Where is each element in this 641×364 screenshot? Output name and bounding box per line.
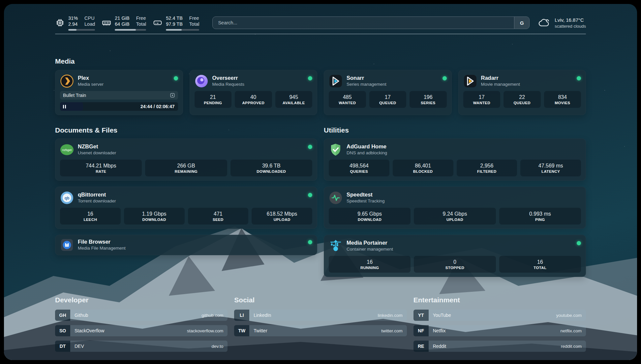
search-bar: G	[212, 16, 530, 29]
bookmark-abbr: GH	[55, 310, 70, 321]
now-playing-title: Bullet Train	[63, 93, 170, 98]
bookmark-name: DEV	[75, 344, 212, 349]
radarr-card[interactable]: Radarr Movie management 17WANTED 22QUEUE…	[458, 70, 586, 115]
app-subtitle: Media File Management	[78, 245, 126, 251]
bookmark-name: LinkedIn	[254, 313, 378, 318]
filebrowser-card[interactable]: File Browser Media File Management	[55, 235, 317, 255]
overseerr-icon	[195, 74, 208, 88]
cpu-load-label: Load	[84, 21, 95, 27]
nzbget-icon: nzbget	[60, 143, 74, 157]
bookmark-name: Reddit	[433, 344, 561, 349]
portainer-card[interactable]: Media Portainer Container management 16R…	[324, 235, 586, 277]
ram-total-label: Total	[136, 21, 146, 27]
disk-free-value: 52.4 TB	[166, 15, 183, 21]
cpu-load-value: 2.94	[68, 21, 78, 27]
snow-specks	[4, 4, 5, 5]
app-subtitle: Container management	[347, 246, 393, 252]
bookmark-abbr: TW	[234, 325, 249, 336]
cpu-progress-bar	[68, 29, 95, 31]
qbittorrent-card[interactable]: qb qBittorrent Torrent downloader 16LEEC…	[55, 187, 317, 229]
adguard-card[interactable]: AdGuard Home DNS and adblocking 498,564Q…	[324, 138, 586, 181]
header-divider	[55, 34, 586, 34]
pause-icon	[63, 105, 66, 108]
disk-free-label: Free	[189, 15, 199, 21]
stat-pending: 21PENDING	[195, 91, 232, 108]
bookmark-url: github.com	[201, 313, 223, 318]
svg-text:qb: qb	[65, 196, 70, 200]
search-input[interactable]	[213, 17, 514, 29]
cpu-icon	[55, 18, 65, 28]
media-grid: Plex Media server Bullet Train 24:44 / 0…	[55, 70, 586, 115]
app-subtitle: Speedtest Tracking	[347, 198, 385, 204]
app-subtitle: DNS and adblocking	[347, 150, 387, 156]
bookmark-stackoverflow[interactable]: SO StackOverflow stackoverflow.com	[55, 325, 228, 336]
sonarr-icon	[329, 74, 343, 88]
app-name: Media Portainer	[347, 239, 393, 246]
radarr-icon	[463, 74, 477, 88]
bookmark-twitter[interactable]: TW Twitter twitter.com	[234, 325, 407, 336]
bookmark-netflix[interactable]: NF Netflix netflix.com	[413, 325, 586, 336]
stat-leech: 16LEECH	[60, 208, 121, 225]
bookmark-url: linkedin.com	[378, 313, 403, 318]
bookmark-reddit[interactable]: RE Reddit reddit.com	[413, 341, 586, 352]
stat-latency: 47.569 msLATENCY	[520, 160, 581, 176]
search-engine-button[interactable]: G	[514, 17, 529, 29]
adguard-icon	[329, 143, 343, 157]
speedtest-card[interactable]: Speedtest Speedtest Tracking 9.65 GbpsDO…	[324, 187, 586, 229]
plex-card[interactable]: Plex Media server Bullet Train 24:44 / 0…	[55, 70, 183, 115]
stat-stopped: 0STOPPED	[414, 256, 496, 273]
bookmark-url: dev.to	[212, 344, 224, 349]
bookmark-url: stackoverflow.com	[187, 328, 223, 333]
section-title-entertainment: Entertainment	[413, 296, 586, 304]
bookmark-abbr: RE	[413, 341, 429, 352]
online-status-dot	[577, 76, 581, 80]
stat-remaining: 266 GBREMAINING	[145, 160, 227, 176]
online-status-dot	[577, 241, 581, 245]
app-name: Plex	[78, 74, 104, 81]
overseerr-card[interactable]: Overseerr Media Requests 21PENDING 40APP…	[190, 70, 318, 115]
developer-bookmarks: Developer GH Github github.com SO StackO…	[55, 296, 228, 356]
nzbget-card[interactable]: nzbget NZBGet Usenet downloader 744.21 M…	[55, 138, 317, 181]
stat-queued: 17QUEUED	[369, 91, 407, 108]
app-name: Overseerr	[212, 74, 245, 81]
bookmark-abbr: LI	[234, 310, 249, 321]
section-title-documents: Documents & Files	[55, 126, 317, 134]
section-title-media: Media	[55, 57, 586, 65]
bookmark-abbr: NF	[413, 325, 429, 336]
bookmark-name: StackOverflow	[75, 328, 187, 333]
section-title-developer: Developer	[55, 296, 228, 304]
utilities-column: Utilities AdGuard Home DNS	[324, 126, 586, 277]
bookmark-dev[interactable]: DT DEV dev.to	[55, 341, 228, 352]
sonarr-card[interactable]: Sonarr Series management 485WANTED 17QUE…	[324, 70, 452, 115]
social-bookmarks: Social LI LinkedIn linkedin.com TW Twitt…	[234, 296, 407, 356]
bookmark-url: twitter.com	[381, 328, 403, 333]
stat-wanted: 485WANTED	[329, 91, 366, 108]
app-name: NZBGet	[78, 143, 116, 150]
memory-stat-widget: 21 GiB Free 64 GiB Total	[102, 15, 146, 31]
app-name: File Browser	[78, 238, 126, 245]
weather-widget: Lviv, 16.87°C scattered clouds	[538, 16, 586, 29]
online-status-dot	[308, 76, 312, 80]
bookmark-linkedin[interactable]: LI LinkedIn linkedin.com	[234, 310, 407, 321]
bookmark-github[interactable]: GH Github github.com	[55, 310, 228, 321]
cast-icon	[170, 93, 175, 98]
stat-seed: 471SEED	[188, 208, 249, 225]
now-playing-row: Bullet Train	[60, 91, 178, 100]
stat-filtered: 2,956FILTERED	[457, 160, 517, 176]
stat-movies: 834MOVIES	[544, 91, 581, 108]
playback-time: 24:44 / 02:06:47	[140, 104, 178, 109]
cloud-icon	[538, 16, 551, 29]
stat-queued: 22QUEUED	[504, 91, 541, 108]
top-bar: 31% CPU 2.94 Load 21 GiB	[55, 4, 586, 32]
bookmark-youtube[interactable]: YT YouTube youtube.com	[413, 310, 586, 321]
section-title-social: Social	[234, 296, 407, 304]
app-name: Sonarr	[347, 74, 386, 81]
bookmark-name: Github	[75, 313, 201, 318]
online-status-dot	[443, 76, 447, 80]
cpu-usage-value: 31%	[68, 15, 78, 21]
app-subtitle: Torrent downloader	[78, 198, 116, 204]
stat-download: 1.19 GbpsDOWNLOAD	[124, 208, 185, 225]
weather-condition: scattered clouds	[555, 23, 586, 29]
stat-available: 945AVAILABLE	[275, 91, 313, 108]
filebrowser-icon	[60, 238, 74, 252]
